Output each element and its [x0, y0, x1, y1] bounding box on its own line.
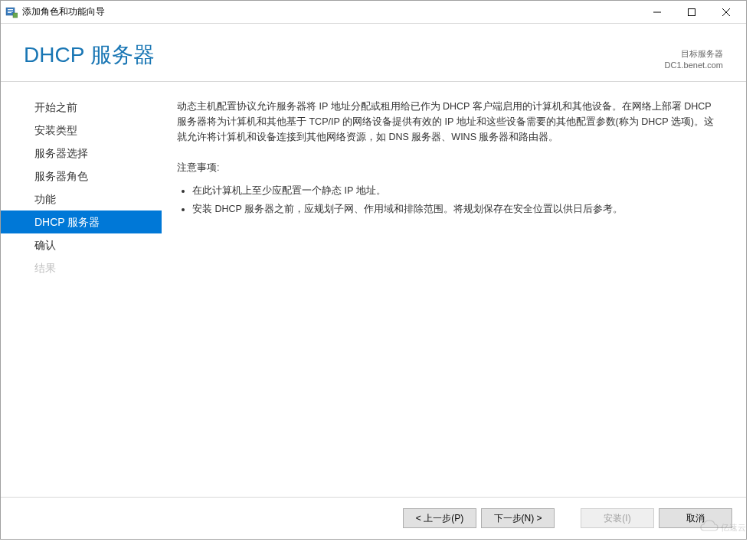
notes-list: 在此计算机上至少应配置一个静态 IP 地址。 安装 DHCP 服务器之前，应规划… [177, 183, 723, 217]
content-pane: 动态主机配置协议允许服务器将 IP 地址分配或租用给已作为 DHCP 客户端启用… [162, 82, 746, 497]
note-item: 在此计算机上至少应配置一个静态 IP 地址。 [192, 183, 723, 198]
target-server-info: 目标服务器 DC1.benet.com [665, 44, 723, 72]
window-controls [640, 1, 743, 23]
previous-button[interactable]: < 上一步(P) [403, 508, 476, 528]
page-title: DHCP 服务器 [24, 44, 155, 67]
sidebar-item-dhcp-server[interactable]: DHCP 服务器 [1, 210, 162, 233]
description-text: 动态主机配置协议允许服务器将 IP 地址分配或租用给已作为 DHCP 客户端启用… [177, 99, 723, 145]
sidebar-item-confirmation[interactable]: 确认 [1, 233, 162, 256]
svg-rect-2 [8, 11, 13, 11]
svg-rect-1 [8, 9, 13, 10]
notes-heading: 注意事项: [177, 160, 723, 175]
target-server-value: DC1.benet.com [665, 60, 723, 71]
maximize-button[interactable] [674, 1, 709, 23]
close-button[interactable] [709, 1, 743, 23]
sidebar-item-server-roles[interactable]: 服务器角色 [1, 165, 162, 188]
sidebar-item-results: 结果 [1, 256, 162, 279]
note-item: 安装 DHCP 服务器之前，应规划子网、作用域和排除范围。将规划保存在安全位置以… [192, 201, 723, 217]
app-icon [5, 6, 18, 18]
svg-rect-4 [13, 13, 18, 18]
footer-spacer [559, 508, 576, 528]
sidebar-item-before-you-begin[interactable]: 开始之前 [1, 96, 162, 119]
next-button[interactable]: 下一步(N) > [481, 508, 555, 528]
footer: < 上一步(P) 下一步(N) > 安装(I) 取消 [1, 497, 746, 539]
minimize-button[interactable] [640, 1, 674, 23]
sidebar-item-installation-type[interactable]: 安装类型 [1, 119, 162, 142]
titlebar: 添加角色和功能向导 [1, 1, 746, 24]
sidebar-item-features[interactable]: 功能 [1, 188, 162, 210]
sidebar-item-server-selection[interactable]: 服务器选择 [1, 142, 162, 165]
wizard-window: 添加角色和功能向导 DHCP 服务器 目标服务器 DC1.benet.com 开… [0, 0, 747, 540]
window-title: 添加角色和功能向导 [22, 5, 640, 18]
header: DHCP 服务器 目标服务器 DC1.benet.com [1, 24, 746, 82]
target-server-label: 目标服务器 [665, 48, 723, 60]
svg-rect-3 [8, 12, 11, 13]
svg-rect-6 [688, 8, 695, 15]
body: 开始之前 安装类型 服务器选择 服务器角色 功能 DHCP 服务器 确认 结果 … [1, 82, 746, 497]
sidebar: 开始之前 安装类型 服务器选择 服务器角色 功能 DHCP 服务器 确认 结果 [1, 82, 162, 497]
install-button: 安装(I) [581, 508, 654, 528]
cancel-button[interactable]: 取消 [659, 508, 732, 528]
